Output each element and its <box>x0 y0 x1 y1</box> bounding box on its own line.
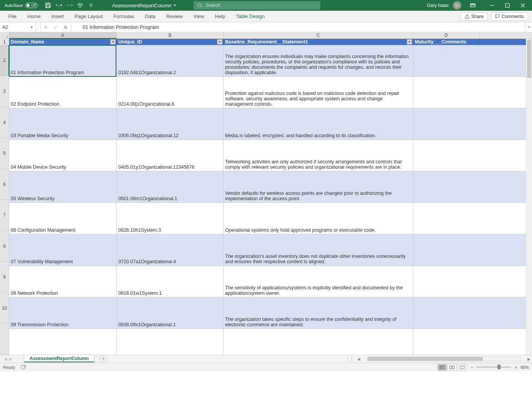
row-head-10[interactable]: 10 <box>0 293 9 324</box>
col-head-A[interactable]: A <box>9 32 117 38</box>
tab-help[interactable]: Help <box>209 11 230 22</box>
col-head-B[interactable]: B <box>117 32 224 38</box>
row-head-3[interactable]: 3 <box>0 76 9 107</box>
horizontal-scrollbar[interactable]: ⋮ ◀ ▶ <box>348 356 532 362</box>
undo-icon[interactable] <box>55 2 62 9</box>
name-box-expand[interactable]: ⋮ <box>36 22 41 32</box>
search-placeholder: Search <box>206 3 220 8</box>
formula-input[interactable]: 01 Information Protection Program <box>71 22 525 32</box>
svg-rect-18 <box>452 366 454 369</box>
tab-home[interactable]: Home <box>22 11 46 22</box>
maximize-icon[interactable] <box>500 0 515 11</box>
title-bar: AutoSave Off abc AssessmentReportColumn … <box>0 0 532 11</box>
row-head-5[interactable]: 5 <box>0 138 9 169</box>
row-head-9[interactable]: 9 <box>0 262 9 293</box>
zoom-level[interactable]: 90% <box>520 365 529 370</box>
save-icon[interactable] <box>45 2 51 9</box>
header-domain-name[interactable]: Domain_Name <box>9 39 117 45</box>
user-name[interactable]: Gary Isaac <box>427 3 449 8</box>
table-row[interactable]: 09 Transmission Protection 0938.09x1Orga… <box>9 297 532 329</box>
row-head-2[interactable]: 2 <box>0 45 9 76</box>
table-row[interactable]: 07 Vulnerability Management 0720.07a1Org… <box>9 234 532 266</box>
scrollbar-thumb[interactable] <box>368 357 483 361</box>
sheet-tab-active[interactable]: AssessmentReportColumn <box>24 355 94 362</box>
table-row[interactable]: 06 Configuration Management 0626.10h1Sys… <box>9 203 532 234</box>
spellcheck-icon[interactable]: abc <box>77 2 84 9</box>
col-head-D[interactable]: D <box>413 32 479 38</box>
table-row[interactable] <box>9 329 532 355</box>
tab-table-design[interactable]: Table Design <box>230 11 270 22</box>
tab-file[interactable]: File <box>3 11 22 22</box>
avatar[interactable]: GI <box>453 1 461 10</box>
svg-line-5 <box>201 6 202 8</box>
enter-formula-icon[interactable]: ✓ <box>51 22 61 32</box>
hscroll-left-icon[interactable]: ◀ <box>356 357 362 361</box>
filter-icon[interactable] <box>110 39 116 45</box>
tab-review[interactable]: Review <box>161 11 188 22</box>
table-row[interactable]: 03 Portable Media Security 0305.09q1Orga… <box>9 108 532 140</box>
formula-expand-icon[interactable] <box>525 22 532 32</box>
table-row[interactable]: 05 Wireless Security 0501.09m1Organizati… <box>9 171 532 203</box>
redo-icon[interactable] <box>66 2 73 9</box>
chevron-down-icon[interactable]: ▼ <box>30 25 33 29</box>
tab-page-layout[interactable]: Page Layout <box>69 11 108 22</box>
chevron-down-icon[interactable] <box>174 5 176 6</box>
zoom-out-icon[interactable]: − <box>471 365 474 369</box>
document-name[interactable]: AssessmentReportColumn <box>112 3 172 8</box>
cancel-formula-icon[interactable]: ✕ <box>41 22 51 32</box>
svg-rect-14 <box>440 366 444 369</box>
table-row[interactable]: 08 Network Protection 0816.01w1System.1 … <box>9 266 532 297</box>
autosave-toggle[interactable]: AutoSave Off <box>5 3 38 8</box>
sheet-nav-prev-icon[interactable]: ◀ <box>4 357 7 362</box>
tab-formulas[interactable]: Formulas <box>108 11 139 22</box>
status-bar: Ready − + 90% <box>0 363 532 371</box>
header-unique-id[interactable]: Unique_ID <box>117 39 224 45</box>
view-page-layout-icon[interactable] <box>447 364 457 371</box>
sheet-nav-next-icon[interactable]: ▶ <box>9 357 12 362</box>
col-head-C[interactable]: C <box>224 32 413 38</box>
qat-customize-icon[interactable] <box>88 2 94 9</box>
hscroll-split-icon[interactable]: ⋮ <box>348 356 356 362</box>
header-maturity-comments[interactable]: Maturity___Comments <box>413 39 479 45</box>
minimize-icon[interactable] <box>484 0 500 11</box>
search-input[interactable]: Search <box>194 1 320 10</box>
table-row[interactable]: 04 Mobile Device Security 0405.01y1Organ… <box>9 140 532 171</box>
row-head-8[interactable]: 8 <box>0 231 9 262</box>
row-head-4[interactable]: 4 <box>0 107 9 138</box>
table-row[interactable]: 02 Endpoint Protection 0214.09j1Organiza… <box>9 77 532 108</box>
row-head-11[interactable] <box>0 324 9 355</box>
add-sheet-icon[interactable]: + <box>100 355 107 362</box>
filter-icon[interactable] <box>217 39 222 45</box>
search-icon <box>197 3 202 8</box>
macro-record-icon[interactable] <box>21 365 26 370</box>
share-icon <box>465 14 469 19</box>
zoom-slider[interactable] <box>477 367 511 368</box>
fx-icon[interactable]: fx <box>61 22 71 32</box>
close-icon[interactable] <box>515 0 530 11</box>
filter-icon[interactable] <box>407 39 412 45</box>
row-head-1[interactable]: 1 <box>0 39 9 45</box>
tab-view[interactable]: View <box>188 11 209 22</box>
view-page-break-icon[interactable] <box>457 364 467 371</box>
comment-icon <box>495 14 500 19</box>
ribbon-display-icon[interactable] <box>465 0 481 11</box>
ribbon-tabs: File Home Insert Page Layout Formulas Da… <box>0 11 532 22</box>
share-button[interactable]: Share <box>461 12 488 21</box>
cells[interactable]: Domain_Name Unique_ID Baseline_Requireme… <box>9 39 532 355</box>
tab-data[interactable]: Data <box>139 11 161 22</box>
hscroll-right-icon[interactable]: ▶ <box>526 357 532 361</box>
table-header-row: Domain_Name Unique_ID Baseline_Requireme… <box>9 39 532 45</box>
row-head-6[interactable]: 6 <box>0 169 9 200</box>
comments-button[interactable]: Comments <box>491 12 528 21</box>
scrollbar-thumb[interactable] <box>527 40 531 78</box>
name-box[interactable]: A2 ▼ <box>0 22 36 32</box>
table-row[interactable]: 01 Information Protection Program 0162.0… <box>9 45 532 77</box>
autosave-label: AutoSave <box>5 3 23 8</box>
view-normal-icon[interactable] <box>438 364 447 371</box>
select-all[interactable] <box>0 32 9 38</box>
header-baseline-req[interactable]: Baseline_Requirement__Statement1 <box>224 39 413 45</box>
vertical-scrollbar[interactable] <box>526 39 532 355</box>
row-head-7[interactable]: 7 <box>0 200 9 231</box>
zoom-in-icon[interactable]: + <box>514 365 517 369</box>
tab-insert[interactable]: Insert <box>46 11 70 22</box>
